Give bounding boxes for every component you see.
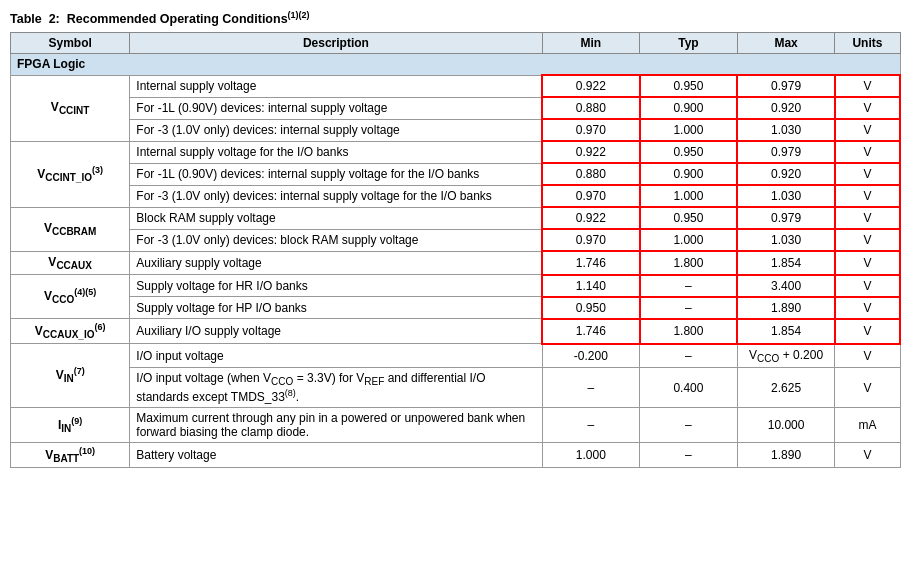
table-row: VCCINT_IO(3)Internal supply voltage for … <box>11 141 901 163</box>
table-header-row: Symbol Description Min Typ Max Units <box>11 33 901 54</box>
table-row: For -3 (1.0V only) devices: internal sup… <box>11 185 901 207</box>
typ-cell: – <box>640 442 738 467</box>
typ-cell: 0.950 <box>640 207 738 229</box>
description-cell: Supply voltage for HR I/O banks <box>130 275 542 297</box>
units-cell: V <box>835 97 900 119</box>
units-cell: V <box>835 297 900 319</box>
header-typ: Typ <box>640 33 738 54</box>
table-row: VCCAUX_IO(6)Auxiliary I/O supply voltage… <box>11 319 901 344</box>
description-cell: Block RAM supply voltage <box>130 207 542 229</box>
table-row: IIN(9)Maximum current through any pin in… <box>11 407 901 442</box>
min-cell: 1.140 <box>542 275 640 297</box>
symbol-cell: VIN(7) <box>11 344 130 407</box>
max-cell: 0.920 <box>737 97 835 119</box>
description-cell: Internal supply voltage for the I/O bank… <box>130 141 542 163</box>
max-cell: 1.890 <box>737 442 835 467</box>
max-cell: 10.000 <box>737 407 835 442</box>
units-cell: V <box>835 141 900 163</box>
table-title: Table 2: Recommended Operating Condition… <box>10 10 901 26</box>
max-cell: 2.625 <box>737 368 835 407</box>
max-cell: 0.979 <box>737 75 835 97</box>
typ-cell: – <box>640 407 738 442</box>
max-cell: 0.979 <box>737 207 835 229</box>
description-cell: For -1L (0.90V) devices: internal supply… <box>130 163 542 185</box>
table-row: For -1L (0.90V) devices: internal supply… <box>11 97 901 119</box>
units-cell: V <box>835 119 900 141</box>
description-cell: I/O input voltage (when VCCO = 3.3V) for… <box>130 368 542 407</box>
description-cell: For -3 (1.0V only) devices: internal sup… <box>130 185 542 207</box>
header-description: Description <box>130 33 542 54</box>
units-cell: V <box>835 251 900 274</box>
min-cell: 0.950 <box>542 297 640 319</box>
table-row: For -3 (1.0V only) devices: block RAM su… <box>11 229 901 251</box>
typ-cell: 0.950 <box>640 75 738 97</box>
description-cell: For -3 (1.0V only) devices: block RAM su… <box>130 229 542 251</box>
description-cell: Maximum current through any pin in a pow… <box>130 407 542 442</box>
table-row: For -3 (1.0V only) devices: internal sup… <box>11 119 901 141</box>
min-cell: 0.922 <box>542 75 640 97</box>
min-cell: 0.880 <box>542 97 640 119</box>
table-row: VIN(7)I/O input voltage-0.200–VCCO + 0.2… <box>11 344 901 368</box>
min-cell: 0.880 <box>542 163 640 185</box>
table-row: For -1L (0.90V) devices: internal supply… <box>11 163 901 185</box>
typ-cell: – <box>640 297 738 319</box>
min-cell: 0.970 <box>542 229 640 251</box>
max-cell: 0.979 <box>737 141 835 163</box>
min-cell: 0.970 <box>542 119 640 141</box>
section-header-row: FPGA Logic <box>11 54 901 76</box>
units-cell: V <box>835 75 900 97</box>
description-cell: Supply voltage for HP I/O banks <box>130 297 542 319</box>
table-row: VCCAUXAuxiliary supply voltage1.7461.800… <box>11 251 901 274</box>
table-row: VBATT(10)Battery voltage1.000–1.890V <box>11 442 901 467</box>
header-max: Max <box>737 33 835 54</box>
min-cell: 1.000 <box>542 442 640 467</box>
units-cell: V <box>835 163 900 185</box>
symbol-cell: VCCAUX <box>11 251 130 274</box>
description-cell: Internal supply voltage <box>130 75 542 97</box>
units-cell: V <box>835 185 900 207</box>
typ-cell: 0.400 <box>640 368 738 407</box>
max-cell: 1.854 <box>737 251 835 274</box>
symbol-cell: VCCO(4)(5) <box>11 275 130 319</box>
symbol-cell: VCCAUX_IO(6) <box>11 319 130 344</box>
units-cell: mA <box>835 407 900 442</box>
units-cell: V <box>835 368 900 407</box>
typ-cell: 1.800 <box>640 251 738 274</box>
units-cell: V <box>835 207 900 229</box>
description-cell: Auxiliary supply voltage <box>130 251 542 274</box>
min-cell: 0.970 <box>542 185 640 207</box>
table-row: VCCINTInternal supply voltage0.9220.9500… <box>11 75 901 97</box>
typ-cell: – <box>640 275 738 297</box>
max-cell: 1.030 <box>737 229 835 251</box>
symbol-cell: VCCINT <box>11 75 130 141</box>
min-cell: 1.746 <box>542 319 640 344</box>
max-cell: VCCO + 0.200 <box>737 344 835 368</box>
header-min: Min <box>542 33 640 54</box>
min-cell: 1.746 <box>542 251 640 274</box>
typ-cell: – <box>640 344 738 368</box>
symbol-cell: VCCINT_IO(3) <box>11 141 130 207</box>
table-row: VCCBRAMBlock RAM supply voltage0.9220.95… <box>11 207 901 229</box>
units-cell: V <box>835 275 900 297</box>
header-symbol: Symbol <box>11 33 130 54</box>
min-cell: -0.200 <box>542 344 640 368</box>
typ-cell: 1.000 <box>640 119 738 141</box>
typ-cell: 0.900 <box>640 97 738 119</box>
table-row: Supply voltage for HP I/O banks0.950–1.8… <box>11 297 901 319</box>
units-cell: V <box>835 344 900 368</box>
typ-cell: 1.000 <box>640 185 738 207</box>
max-cell: 0.920 <box>737 163 835 185</box>
description-cell: Battery voltage <box>130 442 542 467</box>
table-row: VCCO(4)(5)Supply voltage for HR I/O bank… <box>11 275 901 297</box>
typ-cell: 1.800 <box>640 319 738 344</box>
symbol-cell: VBATT(10) <box>11 442 130 467</box>
min-cell: 0.922 <box>542 141 640 163</box>
units-cell: V <box>835 229 900 251</box>
symbol-cell: VCCBRAM <box>11 207 130 251</box>
min-cell: – <box>542 407 640 442</box>
typ-cell: 1.000 <box>640 229 738 251</box>
description-cell: I/O input voltage <box>130 344 542 368</box>
units-cell: V <box>835 319 900 344</box>
units-cell: V <box>835 442 900 467</box>
header-units: Units <box>835 33 900 54</box>
